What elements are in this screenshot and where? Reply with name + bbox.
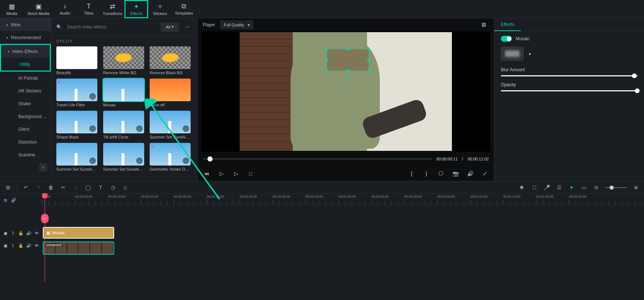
tab-stickers[interactable]: ✧Stickers [148, 0, 172, 18]
mixer-button[interactable]: ☰ [555, 184, 563, 191]
aspect-button[interactable]: ▭ [580, 184, 588, 191]
sidebar-item-recommended[interactable]: ▸Recommended [0, 31, 51, 44]
download-icon[interactable]: ↓ [89, 125, 96, 132]
sidebar-item-glitch[interactable]: Glitch [0, 123, 51, 136]
mark-out-button[interactable]: } [422, 170, 430, 178]
playhead-cut-handle[interactable]: ✂ [41, 214, 49, 223]
opacity-slider[interactable] [501, 90, 637, 91]
mosaic-toggle[interactable] [501, 36, 512, 42]
fullscreen-button[interactable]: ⤢ [481, 170, 489, 178]
sidebar-item-ai-portrait[interactable]: AI Portrait [0, 72, 51, 84]
resize-handle-mid-left[interactable] [326, 59, 328, 61]
sidebar-item-background[interactable]: Background ... [0, 110, 51, 123]
download-icon[interactable]: ↓ [89, 157, 96, 164]
speed-button[interactable]: ◷ [109, 184, 117, 191]
tab-media[interactable]: ▦Media [0, 0, 24, 18]
effect-item-tilt-shift-circle[interactable]: ↓Tilt-shift Circle [103, 111, 146, 139]
sidebar-item-ar-stickers[interactable]: AR Stickers [0, 84, 51, 97]
delete-button[interactable]: 🗑 [47, 184, 55, 191]
resize-handle-top-right[interactable] [367, 48, 370, 50]
quality-select[interactable]: Full Quality▾ [220, 20, 254, 29]
time-ruler[interactable]: 00:0000:00:05:0000:00:10:0000:00:15:0000… [42, 194, 644, 205]
effect-item-remove-white-bg[interactable]: Remove White BG [103, 46, 146, 75]
effect-item-beautify[interactable]: Beautify [56, 46, 99, 75]
camera-button[interactable]: 📷 [452, 170, 460, 178]
opacity-slider-thumb[interactable] [635, 88, 640, 93]
layout-button[interactable]: ⊞ [4, 184, 12, 191]
tag-button[interactable]: ◯ [85, 184, 92, 191]
visibility-icon[interactable]: 👁 [34, 243, 39, 248]
zoom-in-button[interactable]: ⊕ [632, 184, 640, 191]
mark-in-button[interactable]: { [408, 170, 416, 178]
effect-item-summer-set-sunshine-[interactable]: ↓Summer Set Sunshine ... [103, 143, 146, 171]
mute-icon[interactable]: 🔊 [26, 231, 31, 236]
mosaic-selection-box[interactable] [327, 49, 369, 71]
split-button[interactable]: ✂ [60, 184, 67, 191]
effect-item-geometric-vortex-ove-[interactable]: ♦↓Geometric Vortex Ove... [150, 143, 192, 171]
blur-amount-slider[interactable] [501, 75, 637, 76]
effect-item-summer-set-sunshine-[interactable]: ↓Summer Set Sunshine ... [150, 111, 192, 139]
mute-icon[interactable]: 🔊 [26, 243, 31, 248]
filter-select[interactable]: All▾ [161, 22, 179, 32]
download-icon[interactable]: ↓ [136, 125, 143, 132]
effect-item-face-off[interactable]: Face-off [150, 79, 192, 107]
tab-effects[interactable]: ✦Effects [124, 0, 148, 18]
magnetic-button[interactable]: ✦ [568, 184, 575, 191]
marker-button[interactable]: ⎕ [531, 184, 538, 191]
video-clip[interactable]: unnamed [43, 242, 114, 255]
render-button[interactable]: ✺ [518, 184, 525, 191]
effect-clip-mosaic[interactable]: ▦ Mosaic [43, 227, 114, 239]
effect-item-remove-black-bg[interactable]: Remove Black BG [150, 46, 192, 75]
sidebar-item-utility[interactable]: Utility [1, 58, 50, 71]
props-tab-effects[interactable]: Effects [494, 18, 521, 31]
resize-handle-mid-right[interactable] [367, 59, 370, 61]
lock-icon[interactable]: 🔓 [18, 243, 23, 248]
sidebar-back-button[interactable]: ‹ [39, 163, 47, 171]
tab-audio[interactable]: ♪Audio [53, 0, 77, 18]
preset-next-button[interactable]: ▸ [527, 51, 533, 57]
lock-icon[interactable]: 🔓 [18, 231, 23, 236]
undo-button[interactable]: ↶ [22, 184, 30, 191]
visibility-icon[interactable]: 👁 [34, 231, 39, 236]
snapshot-button[interactable]: 🖼 [479, 20, 489, 29]
link-icon[interactable]: 🔗 [11, 198, 16, 203]
effect-item-mosaic[interactable]: Mosaic [103, 79, 146, 107]
stop-button[interactable]: □ [247, 170, 255, 178]
resize-handle-top-mid[interactable] [347, 48, 349, 50]
volume-button[interactable]: 🔊 [466, 170, 474, 178]
search-input[interactable] [65, 23, 157, 31]
effect-item-travel-life-filter[interactable]: ♦↓Travel Life Filter [56, 79, 99, 107]
download-icon[interactable]: ↓ [136, 157, 143, 164]
tab-transitions[interactable]: ⇄Transitions [101, 0, 124, 18]
resize-handle-top-left[interactable] [326, 48, 328, 50]
tab-stock-media[interactable]: ▣Stock Media [24, 0, 53, 18]
sidebar-item-scanline[interactable]: Scanline [0, 148, 51, 161]
resize-handle-bottom-right[interactable] [367, 69, 370, 72]
copy-icon[interactable]: ⧉ [3, 198, 8, 203]
next-frame-button[interactable]: ▷ [232, 170, 240, 178]
play-button[interactable]: ▷ [217, 170, 225, 178]
mosaic-preset-thumb[interactable] [501, 47, 524, 61]
download-icon[interactable]: ↓ [183, 125, 189, 132]
rotate-handle[interactable] [347, 78, 349, 81]
sidebar-item-shake[interactable]: Shake [0, 97, 51, 110]
voice-button[interactable]: 🎤 [543, 184, 550, 191]
scrub-thumb[interactable] [207, 156, 213, 162]
effect-item-summer-set-sunshine-[interactable]: ↓Summer Set Sunshine ... [56, 143, 99, 171]
tab-templates[interactable]: ⧉Templates [172, 0, 196, 18]
sidebar-item-distortion[interactable]: Distortion [0, 136, 51, 148]
resize-handle-bottom-mid[interactable] [347, 69, 349, 72]
effect-item-shape-mask[interactable]: ↓Shape Mask [56, 111, 99, 139]
playhead[interactable]: ✂ [45, 194, 45, 282]
zoom-out-button[interactable]: ⊖ [593, 184, 600, 191]
video-viewport[interactable] [201, 31, 490, 152]
sidebar-item-mine[interactable]: ▸Mine [0, 18, 51, 31]
download-icon[interactable]: ↓ [183, 157, 189, 164]
scrub-track[interactable] [203, 158, 432, 160]
prev-frame-button[interactable]: ⏮ [203, 170, 211, 178]
text-button[interactable]: T [97, 184, 104, 191]
playhead-head-icon[interactable] [42, 193, 48, 198]
display-button[interactable]: 🖵 [437, 170, 445, 178]
blur-slider-thumb[interactable] [632, 73, 637, 78]
sidebar-item-video-effects[interactable]: ▾Video Effects [1, 45, 50, 58]
